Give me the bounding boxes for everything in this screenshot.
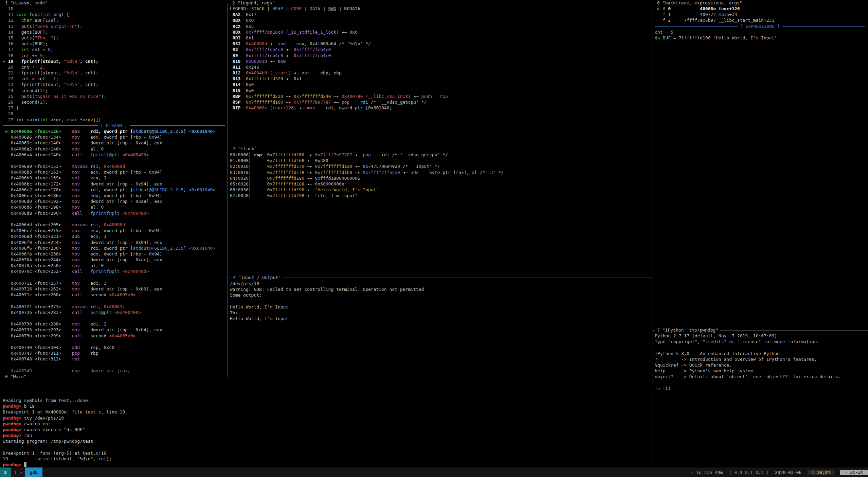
window-index: 1 — [14, 470, 17, 475]
terminal-line: f 1 400772 main+34 — [655, 12, 865, 17]
pane-border-vertical-left[interactable] — [227, 3, 228, 377]
terminal-line: f 2 7ffff7a05b97 __libc_start_main+231 — [655, 17, 865, 23]
pane-title-backtrace: 6 "backtrace, expressions, args" — [655, 0, 744, 6]
terminal-line — [230, 298, 649, 304]
terminal-line: 24 second(3); — [3, 88, 225, 93]
terminal-line: Hello World, I'm Input — [230, 304, 649, 310]
terminal-line: 0x4006a2 <func+146> mov al, 0 — [3, 146, 225, 152]
window-tab-gdb[interactable]: gdb — [25, 467, 42, 477]
terminal-line: Starting program: /tmp/pwndbg/test — [3, 438, 648, 444]
pane-gdb-main[interactable]: Reading symbols from test...done.pwndbg>… — [3, 398, 648, 467]
hostname-text: at-at — [850, 470, 863, 475]
terminal-line: Breakpoint 1, func (arg=5) at test.c:19 — [3, 450, 648, 456]
uptime-arrow-icon: ↑ — [691, 470, 693, 475]
tmux-status-bar: 2 1 > gdb ↑ 1d 23h 49m ⟨ 0.0 0.1 0.1 ⟩ 2… — [0, 467, 868, 477]
terminal-line: 0x4006ed <func+221> sub ecx, 1 — [3, 233, 225, 239]
terminal-line: 12 char BUF[128]; — [3, 17, 225, 23]
pane-legend-regs[interactable]: LEGEND: STACK | HEAP | CODE | DATA | RWX… — [230, 6, 649, 111]
terminal-line: 0x40070a <func+250> mov al, 0 — [3, 263, 225, 268]
terminal-line: 0x4006e7 <func+215> mov ecx, dword ptr [… — [3, 228, 225, 233]
terminal-line: 15 puts("Thx. "); — [3, 35, 225, 41]
terminal-line: ds BUF = 7fffffffd190 "Hello World, I'm … — [655, 35, 865, 41]
pane-title-legend-regs: 2 "legend, regs" — [231, 0, 276, 6]
terminal-line: 0x400711 <func+257> mov edi, 3 — [3, 280, 225, 286]
terminal-line: 0x400716 <func+262> mov dword ptr [rbp -… — [3, 286, 225, 292]
terminal-line: help -> Python's own help system. — [655, 368, 865, 374]
terminal-line — [3, 216, 225, 222]
date-text: 2020-03-06 — [775, 470, 801, 475]
terminal-line: 0x400749 nop dword ptr [rax] — [3, 368, 225, 374]
session-indicator[interactable]: 2 — [0, 467, 11, 477]
pane-title-disasm-code: 1 "disasm, code" — [3, 0, 49, 6]
pane-border-io[interactable] — [228, 278, 652, 278]
terminal-line: 0x4006ca <func+186> mov edx, dword ptr [… — [3, 193, 225, 198]
pane-border-main[interactable] — [0, 377, 652, 377]
terminal-line: RAX 0x17 — [230, 12, 649, 17]
terminal-line: 01:0008│ 0x7fffffffd168 ◂— 0x380 — [230, 158, 649, 163]
pane-io[interactable]: /dev/pts/10warning: GDB: Failed to set c… — [230, 281, 649, 321]
pane-backtrace-expressions[interactable]: ► f 0 40068e func+126 f 1 400772 main+34… — [655, 6, 865, 41]
bracket-open-icon: ⟨ — [729, 470, 731, 475]
terminal-line: 0x400740 <func+304> add rsp, 0xc0 — [3, 344, 225, 350]
pane-title-io: 4 "Input / Output" — [231, 275, 283, 280]
terminal-line: 06:0030│ 0x7fffffffd190 ◂— "Hello World,… — [230, 187, 649, 193]
terminal-line: 28 — [3, 111, 225, 117]
terminal-line: Hello World, I'm Input — [230, 316, 649, 321]
terminal-line: 0x40073b <func+299> call second <0x4005a… — [3, 333, 225, 339]
terminal-line: RBP 0x7fffffffd220 —▸ 0x7fffffffd240 —▸ … — [230, 93, 649, 99]
terminal-line: RBX 0x0 — [230, 17, 649, 23]
terminal-line: 14 gets(BUF); — [3, 29, 225, 35]
terminal-line — [3, 444, 648, 450]
terminal-line: cnt = 5 — [655, 29, 865, 35]
terminal-line: 16 puts(BUF); — [3, 41, 225, 47]
terminal-line: 0x400748 <func+312> ret — [3, 356, 225, 362]
terminal-line — [3, 298, 225, 303]
terminal-line: 0x4006dd <func+205> movabs rsi, 0x40080d — [3, 222, 225, 228]
terminal-line: 0x4006c2 <func+178> mov rdi, qword ptr [… — [3, 187, 225, 193]
terminal-line: 0x4006fe <func+238> mov edx, dword ptr [… — [3, 251, 225, 257]
terminal-line — [655, 380, 865, 386]
terminal-line: Breakpoint 1 at 0x40068e: file test.c, l… — [3, 409, 648, 415]
terminal-line: Python 2.7.17 (default, Nov 7 2019, 10:0… — [655, 333, 865, 339]
pane-border-stack[interactable] — [228, 149, 652, 149]
pane-ipython[interactable]: Python 2.7.17 (default, Nov 7 2019, 10:0… — [655, 333, 865, 391]
terminal-line: 0x4006d8 <func+200> call fprintf@plt <0x… — [3, 210, 225, 216]
terminal-line: %quickref -> Quick reference. — [655, 362, 865, 368]
terminal-line: ► 19 fprintf(stdout, "%d\n", cnt); — [3, 58, 225, 64]
bracket-close-icon: ⟩ — [766, 470, 769, 475]
pane-stack[interactable]: 00:0000│ rsp 0x7fffffffd160 —▸ 0x7ffff7b… — [230, 152, 649, 199]
terminal-line: 0x40071c <func+268> call second <0x4005a… — [3, 292, 225, 298]
terminal-line — [3, 362, 225, 368]
terminal-line: [ EXPRESSIONS ] — [655, 23, 865, 29]
terminal-line: 20 cnt *= 2; — [3, 64, 225, 70]
terminal-line: RSI 0x40080d ◂— and eax, 0x4f000a64 /* '… — [230, 41, 649, 47]
terminal-line: 27 } — [3, 105, 225, 111]
terminal-line: 25 puts("Again as it was so nice"); — [3, 93, 225, 99]
hostname-widget: ⚡at-at — [840, 470, 868, 475]
terminal-line: Type "copyright", "credits" or "license"… — [655, 339, 865, 344]
pane-border-vertical-right[interactable] — [652, 3, 652, 467]
pane-disasm-code[interactable]: 10 11 void func(int arg) { 12 char BUF[1… — [3, 6, 225, 374]
terminal-line: 0x4006b3 <func+163> mov ecx, dword ptr [… — [3, 169, 225, 175]
terminal-line: R9 0x7ffff7fcb4c0 ◂— 0x7ffff7fcb4c0 — [230, 53, 649, 58]
terminal-line: 0x400721 <func+273> movabs rdi, 0x40083c — [3, 304, 225, 310]
terminal-line: warning: GDB: Failed to set controlling … — [230, 286, 649, 292]
terminal-line: 07:0038│ 0x7fffffffd198 ◂— "rld, I'm Inp… — [230, 193, 649, 198]
terminal-line — [3, 315, 225, 321]
terminal-line: 17 int cnt = 0; — [3, 47, 225, 52]
pane-title-ipython: 7 "IPython: tmp/pwndbg" — [655, 327, 720, 333]
terminal-line: ? -> Introduction and overview of IPytho… — [655, 356, 865, 362]
terminal-line: 0x40070c <func+252> call fprintf@plt <0x… — [3, 268, 225, 274]
terminal-line: 23 fprintf(stdout, "%d\n", cnt); — [3, 82, 225, 87]
terminal-line: 22 cnt = cnt - 1; — [3, 76, 225, 82]
terminal-line — [3, 158, 225, 163]
terminal-line: 0x400704 <func+244> mov dword ptr [rbp -… — [3, 257, 225, 263]
terminal-line: R15 0x0 — [230, 88, 649, 93]
terminal-line: 0x400696 <func+134> mov edx, dword ptr [… — [3, 134, 225, 140]
terminal-line: 03:0018│ 0x7fffffffd178 —▸ 0x7fffffffd1b… — [230, 170, 649, 175]
terminal-line: 0x4006bc <func+172> mov dword ptr [rbp -… — [3, 181, 225, 187]
terminal-line: 10 — [3, 6, 225, 12]
terminal-line: RSP 0x7fffffffd160 —▸ 0x7ffff7b97787 ◂— … — [230, 99, 649, 105]
clock-icon: ◷ — [812, 470, 814, 475]
terminal-line: IPython 5.8.0 -- An enhanced Interactive… — [655, 351, 865, 356]
